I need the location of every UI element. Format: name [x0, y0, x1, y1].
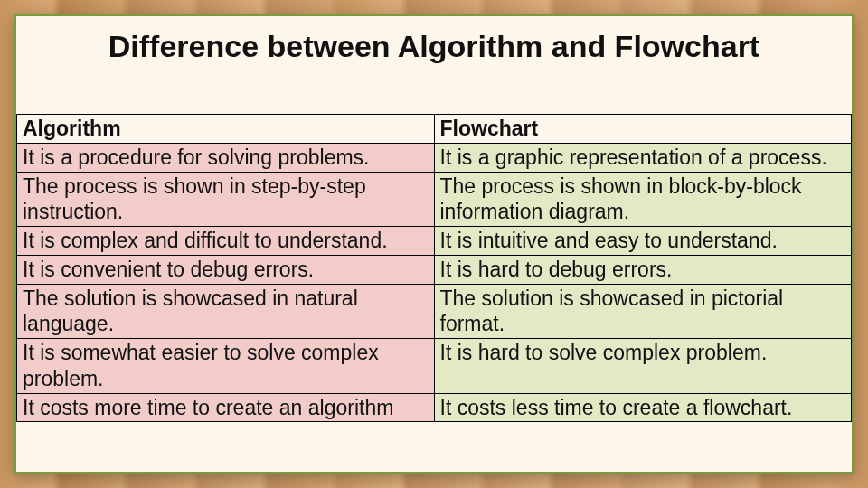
cell-flowchart: It is a graphic representation of a proc… [434, 143, 852, 172]
table-row: It is convenient to debug errors. It is … [17, 255, 852, 284]
cell-flowchart: The process is shown in block-by-block i… [434, 172, 852, 227]
comparison-table-wrapper: Algorithm Flowchart It is a procedure fo… [16, 114, 852, 422]
comparison-table: Algorithm Flowchart It is a procedure fo… [16, 114, 852, 422]
cell-algorithm: The process is shown in step-by-step ins… [17, 172, 435, 227]
slide-card: Difference between Algorithm and Flowcha… [14, 14, 854, 474]
table-row: The process is shown in step-by-step ins… [17, 172, 852, 227]
table-row: It costs more time to create an algorith… [17, 393, 852, 422]
cell-algorithm: It is convenient to debug errors. [17, 255, 435, 284]
cell-algorithm: The solution is showcased in natural lan… [17, 284, 435, 339]
cell-flowchart: It costs less time to create a flowchart… [434, 393, 852, 422]
header-flowchart: Flowchart [434, 115, 852, 144]
cell-algorithm: It costs more time to create an algorith… [17, 393, 435, 422]
table-row: It is complex and difficult to understan… [17, 227, 852, 256]
header-algorithm: Algorithm [17, 115, 435, 144]
cell-flowchart: It is hard to debug errors. [434, 255, 852, 284]
cell-algorithm: It is somewhat easier to solve complex p… [17, 339, 435, 394]
cell-flowchart: It is intuitive and easy to understand. [434, 227, 852, 256]
table-header-row: Algorithm Flowchart [17, 115, 852, 144]
cell-algorithm: It is a procedure for solving problems. [17, 143, 435, 172]
cell-flowchart: The solution is showcased in pictorial f… [434, 284, 852, 339]
table-row: The solution is showcased in natural lan… [17, 284, 852, 339]
cell-flowchart: It is hard to solve complex problem. [434, 339, 852, 394]
cell-algorithm: It is complex and difficult to understan… [17, 227, 435, 256]
table-row: It is a procedure for solving problems. … [17, 143, 852, 172]
table-row: It is somewhat easier to solve complex p… [17, 339, 852, 394]
slide-title: Difference between Algorithm and Flowcha… [16, 29, 852, 70]
